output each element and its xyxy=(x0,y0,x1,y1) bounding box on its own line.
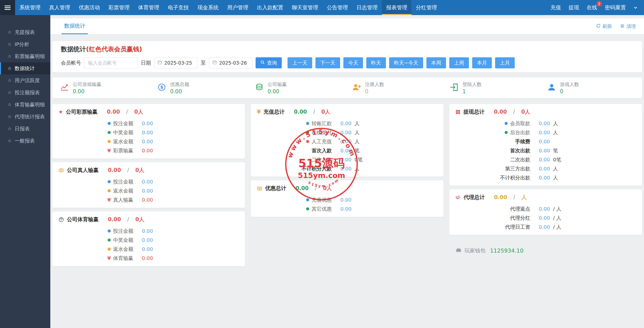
nav-item-esports[interactable]: 电子竞技 xyxy=(164,0,193,15)
sidebar-item-data-statistics[interactable]: ☆ 数据统计 xyxy=(0,62,50,74)
row-value: 0.00 xyxy=(539,175,550,181)
table-row: 二次出款 0.000笔 xyxy=(449,155,642,164)
card-withdraw-total: 提现总计 0.00 / 0人 会员取款 0.00人 xyxy=(449,104,642,186)
row-suffix: 笔 xyxy=(354,147,359,154)
quick-this-month-button[interactable]: 本月 xyxy=(472,57,492,68)
nav-item-dividend[interactable]: 分红管理 xyxy=(412,0,441,15)
quick-next-day-button[interactable]: 下一天 xyxy=(315,57,340,68)
card-header: ★ 公司彩票输赢 0.00 / 0人 xyxy=(52,104,245,118)
nav-item-lottery[interactable]: 彩票管理 xyxy=(104,0,134,15)
sidebar-item-label: 彩票输赢明细 xyxy=(15,53,45,60)
row-label: 中奖金额 xyxy=(113,129,133,136)
quick-last-week-button[interactable]: 上周 xyxy=(449,57,469,68)
sidebar-item-user-activity[interactable]: ☆ 用户活跃度 xyxy=(0,74,50,86)
account-label: 会员帐号 xyxy=(61,60,81,66)
tab-bar: 数据统计 刷新 清理 xyxy=(50,18,644,34)
nav-item-reports[interactable]: 报表管理 xyxy=(382,0,412,15)
stat-value: 0.00 xyxy=(170,88,189,95)
row-value: 0.00 xyxy=(142,228,153,234)
star-icon: ☆ xyxy=(8,78,12,83)
row-value: 0.00 xyxy=(142,197,153,203)
quick-today-button[interactable]: 今天 xyxy=(343,57,363,68)
date-to-value: 2025-03-26 xyxy=(219,60,247,66)
chevron-down-icon[interactable] xyxy=(630,0,641,15)
nav-online[interactable]: 在线 2 xyxy=(583,0,601,15)
stat-promo-total: $ 优惠总额 0.00 xyxy=(152,81,250,95)
row-suffix: 人 xyxy=(553,165,558,172)
row-value: 0.00 xyxy=(539,129,550,135)
card-people: 0人 xyxy=(321,108,330,115)
stat-logins: 登陆人数 1 xyxy=(445,81,542,95)
quick-yesterday-today-button[interactable]: 昨天~今天 xyxy=(389,57,423,68)
row-label: 体育输赢 xyxy=(113,255,133,262)
card-people: 0人 xyxy=(135,216,144,223)
quick-yesterday-button[interactable]: 昨天 xyxy=(366,57,386,68)
row-label: 首次入款 xyxy=(312,147,332,154)
star-icon: ☆ xyxy=(8,66,12,71)
green-dot-icon xyxy=(306,131,309,134)
row-label: 第三方出款 xyxy=(505,165,530,172)
sidebar-item-label: 代理统计报表 xyxy=(15,113,45,120)
card-amount: 0.00 xyxy=(494,109,507,115)
sidebar-item-lottery-detail[interactable]: ☆ 彩票输赢明细 xyxy=(0,50,50,62)
sidebar-item-daily-report[interactable]: ☆ 日报表 xyxy=(0,123,50,135)
card-amount: 0.00 xyxy=(494,194,507,200)
row-value: 0.00 xyxy=(340,157,352,163)
row-value: 0.00 xyxy=(340,197,352,203)
trash-icon xyxy=(620,24,625,29)
sidebar-item-general-report[interactable]: ☆ 一般报表 xyxy=(0,135,50,147)
card-header: 优惠总计 0.00 / 0人 xyxy=(251,180,444,194)
quick-last-month-button[interactable]: 上月 xyxy=(495,57,515,68)
yen-icon: ¥ xyxy=(107,148,111,154)
red-dot-icon xyxy=(306,140,309,143)
tab-data-statistics[interactable]: 数据统计 xyxy=(62,18,88,34)
nav-item-payment-config[interactable]: 出入款配置 xyxy=(253,0,288,15)
nav-withdraw[interactable]: 提现 xyxy=(565,0,583,15)
card-header: ¥ 充值总计 0.00 / 0人 xyxy=(251,104,444,118)
hamburger-menu[interactable] xyxy=(0,0,15,15)
sidebar-item-sports-detail[interactable]: ☆ 体育输赢明细 xyxy=(0,99,50,111)
nav-item-sports[interactable]: 体育管理 xyxy=(134,0,164,15)
table-row: 首次入款 0.00笔 xyxy=(251,146,444,155)
date-to-input[interactable]: 2025-03-26 xyxy=(209,57,252,68)
table-row: 在线支付 0.00人 xyxy=(251,128,444,137)
date-from-input[interactable]: 2025-03-25 xyxy=(154,57,197,68)
clean-button[interactable]: 清理 xyxy=(620,23,636,30)
stat-label: 优惠总额 xyxy=(170,81,189,88)
nav-item-promo[interactable]: 优惠活动 xyxy=(74,0,104,15)
quick-range-buttons: 上一天 下一天 今天 昨天 昨天~今天 本周 上周 本月 上月 xyxy=(288,57,515,68)
sidebar-item-ip-analysis[interactable]: ☆ IP分析 xyxy=(0,38,50,50)
nav-recharge[interactable]: 充值 xyxy=(547,0,565,15)
row-value: 0.00 xyxy=(539,138,550,145)
sidebar-item-deposit-report[interactable]: ☆ 充提报表 xyxy=(0,26,50,38)
nav-item-system[interactable]: 系统管理 xyxy=(15,0,45,15)
row-value: 0.00 xyxy=(142,237,153,243)
nav-item-logs[interactable]: 日志管理 xyxy=(352,0,382,15)
user-add-icon xyxy=(352,83,361,93)
nav-item-live[interactable]: 真人管理 xyxy=(45,0,74,15)
sidebar-item-agent-report[interactable]: ☆ 代理统计报表 xyxy=(0,111,50,123)
search-button[interactable]: 查询 xyxy=(256,57,282,68)
card-separator: / xyxy=(513,109,515,115)
nav-password-reset[interactable]: 密码重置 xyxy=(601,0,630,15)
card-people: 0人 xyxy=(521,108,530,115)
navbar-right: 充值 提现 在线 2 密码重置 xyxy=(547,0,644,15)
quick-prev-day-button[interactable]: 上一天 xyxy=(288,57,312,68)
row-value: 0.00 xyxy=(539,166,550,172)
sidebar-item-bet-report[interactable]: ☆ 投注额报表 xyxy=(0,86,50,99)
search-label: 查询 xyxy=(267,60,277,66)
nav-item-announcement[interactable]: 公告管理 xyxy=(323,0,352,15)
table-row: 充值优惠 0.00 xyxy=(251,195,444,204)
refresh-button[interactable]: 刷新 xyxy=(596,23,612,30)
card-title: 优惠总计 xyxy=(265,185,286,192)
card-people: 0人 xyxy=(134,108,143,115)
nav-item-cash[interactable]: 现金系统 xyxy=(193,0,223,15)
quick-this-week-button[interactable]: 本周 xyxy=(426,57,446,68)
account-input[interactable] xyxy=(84,57,138,68)
nav-item-users[interactable]: 用户管理 xyxy=(223,0,253,15)
column-middle: ¥ 充值总计 0.00 / 0人 转账汇款 0.00人 xyxy=(251,104,444,217)
row-label: 返水金额 xyxy=(113,138,133,145)
card-sports-winloss: 公司体育输赢 0.00 / 0人 投注金额 0.00 xyxy=(52,211,245,266)
table-row: ¥彩票输赢 0.00 xyxy=(52,146,245,155)
nav-item-chatroom[interactable]: 聊天室管理 xyxy=(288,0,323,15)
